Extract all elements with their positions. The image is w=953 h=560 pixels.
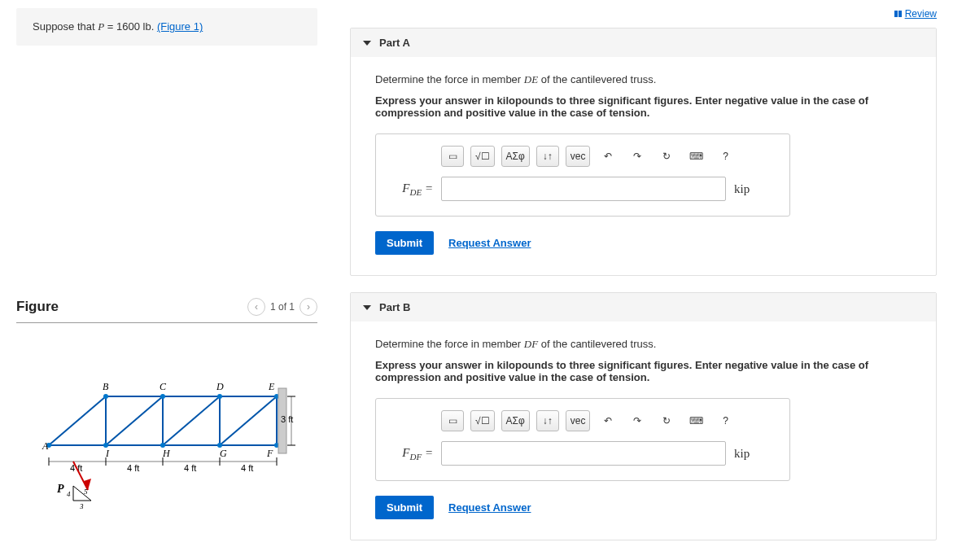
part-b-request-answer-link[interactable]: Request Answer	[448, 501, 531, 514]
template-button[interactable]: ▭	[441, 410, 464, 431]
part-a-answer-input[interactable]	[441, 177, 726, 201]
part-a-title: Part A	[379, 37, 410, 49]
svg-text:B: B	[103, 381, 109, 392]
redo-button[interactable]: ↷	[626, 410, 649, 431]
arrows-button[interactable]: ↓↑	[536, 146, 559, 167]
part-b-prompt: Determine the force in member DF of the …	[375, 338, 911, 351]
part-b-submit-button[interactable]: Submit	[375, 496, 434, 519]
part-a-prompt: Determine the force in member DE of the …	[375, 73, 911, 86]
part-a-submit-button[interactable]: Submit	[375, 231, 434, 255]
arrows-button[interactable]: ↓↑	[536, 410, 559, 431]
problem-eq: =	[104, 20, 116, 33]
svg-text:E: E	[268, 381, 275, 392]
part-b-instructions: Express your answer in kilopounds to thr…	[375, 359, 911, 383]
svg-point-17	[217, 394, 222, 399]
svg-text:5: 5	[84, 488, 88, 496]
svg-text:4: 4	[67, 490, 71, 498]
keyboard-button[interactable]: ⌨	[684, 146, 707, 167]
svg-text:3 ft: 3 ft	[281, 414, 293, 424]
figure-diagram: A B C D E I H G F 4 ft 4 ft 4 ft 4 f	[16, 356, 317, 537]
part-b-section: Part B Determine the force in member DF …	[350, 292, 937, 540]
problem-value: 1600 lb	[116, 20, 151, 33]
figure-prev-button[interactable]: ‹	[247, 298, 265, 316]
part-b-answer-box: ▭ √☐ ΑΣφ ↓↑ vec ↶ ↷ ↻ ⌨ ? FDF = kip	[375, 398, 790, 481]
greek-button[interactable]: ΑΣφ	[501, 410, 530, 431]
svg-line-9	[220, 396, 277, 445]
root-button[interactable]: √☐	[470, 410, 495, 431]
part-a-header[interactable]: Part A	[351, 28, 936, 57]
figure-title: Figure	[16, 299, 59, 315]
help-button[interactable]: ?	[714, 146, 737, 167]
part-b-unit: kip	[734, 447, 750, 461]
part-a-section: Part A Determine the force in member DE …	[350, 28, 937, 276]
part-a-toolbar: ▭ √☐ ΑΣφ ↓↑ vec ↶ ↷ ↻ ⌨ ?	[441, 146, 775, 167]
figure-link[interactable]: (Figure 1)	[157, 20, 203, 33]
svg-text:G: G	[220, 448, 227, 459]
part-b-header[interactable]: Part B	[351, 293, 936, 322]
svg-text:4 ft: 4 ft	[184, 463, 196, 473]
problem-prefix: Suppose that	[33, 20, 98, 33]
svg-point-15	[103, 394, 108, 399]
svg-text:A: A	[42, 440, 49, 452]
review-icon	[894, 11, 902, 17]
problem-period: .	[151, 20, 157, 33]
undo-button[interactable]: ↶	[597, 410, 619, 431]
part-b-answer-input[interactable]	[441, 441, 726, 466]
review-link[interactable]: Review	[350, 8, 937, 20]
svg-text:4 ft: 4 ft	[241, 463, 253, 473]
part-b-var-label: FDF =	[391, 446, 433, 462]
reset-button[interactable]: ↻	[655, 410, 678, 431]
problem-statement: Suppose that P = 1600 lb. (Figure 1)	[16, 8, 317, 46]
figure-next-button[interactable]: ›	[299, 298, 317, 316]
part-b-title: Part B	[379, 301, 410, 313]
keyboard-button[interactable]: ⌨	[684, 410, 707, 431]
svg-text:P: P	[57, 483, 64, 495]
svg-text:3: 3	[79, 502, 84, 510]
part-b-toolbar: ▭ √☐ ΑΣφ ↓↑ vec ↶ ↷ ↻ ⌨ ?	[441, 410, 775, 431]
help-button[interactable]: ?	[714, 410, 737, 431]
svg-text:C: C	[160, 381, 167, 392]
part-a-request-answer-link[interactable]: Request Answer	[448, 237, 531, 249]
problem-var: P	[98, 20, 104, 33]
svg-text:4 ft: 4 ft	[127, 463, 139, 473]
part-a-var-label: FDE =	[391, 182, 433, 197]
svg-line-8	[163, 396, 220, 445]
svg-line-2	[49, 396, 106, 445]
svg-text:F: F	[266, 448, 273, 459]
svg-point-16	[160, 394, 165, 399]
svg-text:D: D	[216, 381, 224, 392]
undo-button[interactable]: ↶	[597, 146, 619, 167]
svg-text:I: I	[105, 448, 110, 459]
figure-header: Figure ‹ 1 of 1 ›	[16, 298, 317, 323]
part-a-unit: kip	[734, 182, 750, 196]
svg-line-7	[106, 396, 163, 445]
part-a-instructions: Express your answer in kilopounds to thr…	[375, 94, 911, 119]
vec-button[interactable]: vec	[566, 146, 591, 167]
caret-down-icon	[363, 305, 371, 310]
template-button[interactable]: ▭	[441, 146, 464, 167]
caret-down-icon	[363, 41, 371, 46]
reset-button[interactable]: ↻	[655, 146, 678, 167]
redo-button[interactable]: ↷	[626, 146, 649, 167]
figure-nav: ‹ 1 of 1 ›	[247, 298, 317, 316]
svg-text:H: H	[162, 448, 171, 459]
vec-button[interactable]: vec	[566, 410, 591, 431]
greek-button[interactable]: ΑΣφ	[501, 146, 530, 167]
part-a-answer-box: ▭ √☐ ΑΣφ ↓↑ vec ↶ ↷ ↻ ⌨ ? FDE = kip	[375, 133, 790, 217]
figure-counter: 1 of 1	[270, 301, 295, 313]
root-button[interactable]: √☐	[470, 146, 495, 167]
